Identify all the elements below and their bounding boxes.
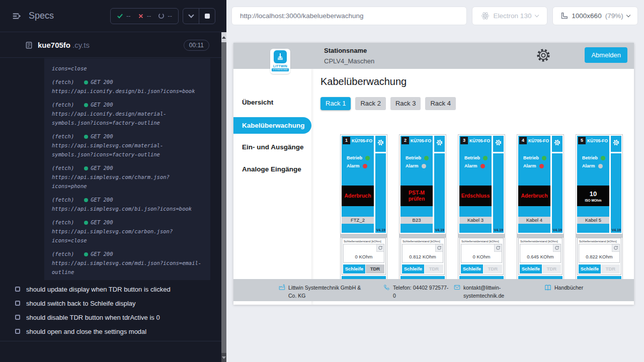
display-value-unit: ISO MOhm xyxy=(585,199,601,202)
passed-check-icon xyxy=(117,13,123,19)
tdr-button[interactable]: TDR xyxy=(484,264,502,274)
log-entry[interactable]: (fetch)GET 200 https://api.simplesvg.com… xyxy=(52,249,204,277)
betrieb-label: Betrieb xyxy=(582,155,598,160)
log-entry[interactable]: (fetch)GET 200 https://api.iconify.desig… xyxy=(52,77,204,96)
refresh-button[interactable] xyxy=(612,244,619,252)
betrieb-label: Betrieb xyxy=(406,155,421,160)
log-entry[interactable]: (fetch)GET 200 https://api.iconify.desig… xyxy=(52,100,204,127)
schleife-button[interactable]: Schleife xyxy=(579,264,601,274)
measurement-value-box: 0 KOhm xyxy=(461,244,502,263)
url-input[interactable] xyxy=(240,12,458,20)
display-alarm-text: PST-M prüfen xyxy=(400,190,433,202)
schleife-button[interactable]: Schleife xyxy=(461,264,483,274)
log-entry-head: (fetch)GET 200 xyxy=(52,100,204,109)
test-list-item[interactable]: should update display when TDR button is… xyxy=(0,282,221,296)
test-state-icon xyxy=(15,287,20,292)
alarm-label: Alarm xyxy=(464,163,477,168)
chevron-down-icon xyxy=(626,13,630,17)
log-entry-head: (fetch)GET 200 xyxy=(52,249,204,258)
settings-gear-icon[interactable] xyxy=(536,48,550,62)
rack-tabs: Rack 1 Rack 2 Rack 3 Rack 4 xyxy=(320,97,456,110)
footer-manuals-text: Handbücher xyxy=(554,284,583,292)
stop-button[interactable] xyxy=(199,9,215,24)
specs-title-label: Specs xyxy=(29,11,54,21)
logout-button[interactable]: Abmelden xyxy=(585,47,627,63)
log-entry[interactable]: (fetch)GET 200 https://api.simplesvg.com… xyxy=(52,218,204,245)
sidebar-item-kabelueberwachung[interactable]: Kabelüberwachung xyxy=(233,117,311,134)
spec-file-row[interactable]: kue705fo .cy.ts 00:11 xyxy=(0,33,221,58)
log-entry-head: (fetch)GET 200 xyxy=(52,218,204,227)
tdr-button[interactable]: TDR xyxy=(601,264,620,274)
device-side-column: V4.19 xyxy=(434,136,445,233)
device-display: PST-M prüfen xyxy=(400,186,433,206)
spec-file-name: kue705fo xyxy=(38,41,70,49)
refresh-button[interactable] xyxy=(553,244,560,252)
test-list-item[interactable]: should open and close the settings modal xyxy=(0,324,221,338)
tdr-button[interactable]: TDR xyxy=(366,264,384,274)
device-settings-button[interactable] xyxy=(611,136,621,152)
log-entry[interactable]: (fetch)GET 200 https://api.simplesvg.com… xyxy=(52,163,204,191)
tdr-button[interactable]: TDR xyxy=(425,264,443,274)
tab-rack-3[interactable]: Rack 3 xyxy=(390,97,421,110)
app-sidebar: Übersicht Kabelüberwachung Ein- und Ausg… xyxy=(233,69,311,305)
display-alarm-text: Erdschluss xyxy=(461,193,490,199)
betrieb-led xyxy=(601,156,605,160)
test-list-item[interactable]: should switch back to Schleife display xyxy=(0,296,221,310)
log-entry-url: https://api.iconify.design/bi.json?icons… xyxy=(52,86,204,96)
refresh-icon xyxy=(378,245,383,250)
device-settings-button[interactable] xyxy=(375,136,386,152)
scrollbar-up-button[interactable] xyxy=(221,32,226,42)
tab-rack-2[interactable]: Rack 2 xyxy=(355,97,385,110)
email-icon xyxy=(454,284,460,291)
sidebar-item-ein-und-ausgaenge[interactable]: Ein- und Ausgänge xyxy=(233,139,304,156)
panel-scrollbar[interactable] xyxy=(221,0,226,362)
footer-phone: Telefon: 04402 972577-0 xyxy=(383,284,450,300)
log-entry[interactable]: (fetch)GET 200 https://api.simplesvg.com… xyxy=(52,195,204,213)
device-settings-button[interactable] xyxy=(552,136,562,152)
littwin-logo-icon xyxy=(274,50,287,63)
viewport-selector[interactable]: 1000x660 (79%) xyxy=(552,7,638,25)
measurement-value: 0 KOhm xyxy=(461,254,502,259)
failed-count: -- xyxy=(147,12,151,20)
test-list-item[interactable]: should disable TDR button when tdrActive… xyxy=(0,310,221,324)
device-number-badge: 3 xyxy=(460,137,468,144)
alarm-led xyxy=(363,164,367,168)
test-list: should update display when TDR button is… xyxy=(0,282,221,338)
scrollbar-thumb[interactable] xyxy=(221,42,226,353)
device-settings-button[interactable] xyxy=(434,136,445,152)
refresh-button[interactable] xyxy=(435,244,443,252)
firmware-version: V4.19 xyxy=(494,228,503,232)
device-settings-button[interactable] xyxy=(493,136,504,152)
device-number-badge: 4 xyxy=(519,137,527,144)
log-entry[interactable]: (fetch)GET 200 https://api.simplesvg.com… xyxy=(52,132,204,159)
tab-rack-1[interactable]: Rack 1 xyxy=(320,97,351,110)
sidebar-item-uebersicht[interactable]: Übersicht xyxy=(233,94,273,111)
device-card: 4 KÜ705-FO Betrieb Alarm Aderbruch xyxy=(517,134,564,283)
collapse-chevron-button[interactable] xyxy=(183,9,199,24)
tdr-button[interactable]: TDR xyxy=(542,264,561,274)
measurement-label: Schleifenwiderstand [kOhm] xyxy=(520,240,561,243)
refresh-button[interactable] xyxy=(494,244,502,252)
refresh-button[interactable] xyxy=(376,244,384,252)
betrieb-led-row: Betrieb xyxy=(347,155,370,160)
url-bar[interactable] xyxy=(231,7,467,25)
specs-header[interactable]: Specs xyxy=(12,11,54,21)
browser-selector[interactable]: Electron 130 xyxy=(472,7,547,25)
schleife-button[interactable]: Schleife xyxy=(520,264,542,274)
card-separator xyxy=(399,234,446,238)
betrieb-led-row: Betrieb xyxy=(523,155,546,160)
sidebar-item-analoge-eingaenge[interactable]: Analoge Eingänge xyxy=(233,161,301,178)
betrieb-led-row: Betrieb xyxy=(406,155,429,160)
tab-rack-4[interactable]: Rack 4 xyxy=(425,97,455,110)
test-list-divider xyxy=(0,341,221,341)
log-entry-head: (fetch)GET 200 xyxy=(52,195,204,204)
test-stats[interactable]: -- -- -- xyxy=(110,8,179,24)
device-front: 1 KÜ705-FO Betrieb Alarm Aderbruch xyxy=(342,136,386,233)
footer-manuals-link[interactable]: Handbücher xyxy=(544,284,583,292)
logo-text-1: LITTWIN xyxy=(270,64,290,68)
scrollbar-down-button[interactable] xyxy=(221,353,226,362)
schleife-button[interactable]: Schleife xyxy=(343,264,365,274)
device-main-column: 4 KÜ705-FO Betrieb Alarm Aderbruch xyxy=(518,136,550,233)
command-log: icons=close (fetch)GET 200 https://api.i… xyxy=(44,58,210,280)
schleife-button[interactable]: Schleife xyxy=(402,264,424,274)
